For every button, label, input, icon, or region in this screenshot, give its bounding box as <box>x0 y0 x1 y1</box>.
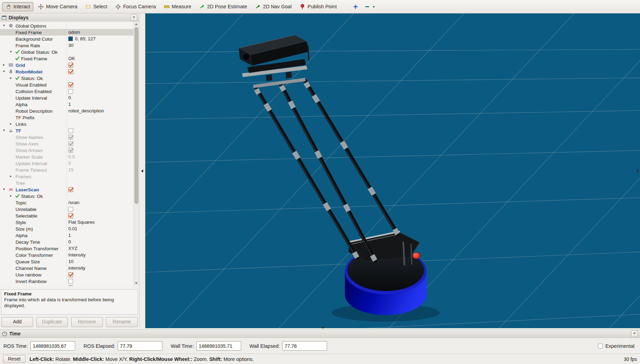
tree-row-tf-prefix[interactable]: TF Prefix <box>0 114 134 121</box>
experimental-checkbox[interactable] <box>598 344 603 348</box>
add-tool-button[interactable] <box>350 2 361 11</box>
nav-goal-tool-button[interactable]: 2D Nav Goal <box>252 2 295 11</box>
tree-row-grid[interactable]: ▸Grid <box>0 62 134 68</box>
time-field-input-wall-elapsed[interactable] <box>282 341 327 351</box>
panel-collapse-handle-icon[interactable] <box>141 169 143 173</box>
expand-arrow-icon[interactable]: ▾ <box>3 128 7 132</box>
time-close-icon[interactable]: × <box>631 330 638 337</box>
tree-row-update-interval[interactable]: Update Interval0 <box>0 94 134 101</box>
property-value[interactable]: 0.5 <box>68 154 75 159</box>
expand-arrow-icon[interactable]: ▾ <box>3 187 7 191</box>
checkbox[interactable] <box>68 207 73 212</box>
checkbox[interactable] <box>68 82 73 87</box>
tree-row-unreliable[interactable]: Unreliable <box>0 206 134 212</box>
checkbox[interactable] <box>68 279 73 284</box>
checkbox[interactable] <box>68 148 73 153</box>
tree-row-invert-rainbow[interactable]: Invert Rainbow <box>0 278 134 284</box>
checkbox[interactable] <box>68 63 73 68</box>
rename-button[interactable]: Rename <box>106 317 138 327</box>
property-value[interactable]: 15 <box>68 167 73 172</box>
tree-row-alpha[interactable]: Alpha1 <box>0 232 134 239</box>
tree-row-show-names[interactable]: Show Names <box>0 134 134 140</box>
interact-tool-button[interactable]: Interact <box>2 2 33 11</box>
tree-row-marker-scale[interactable]: Marker Scale0.5 <box>0 153 134 160</box>
tree-row-style[interactable]: StyleFlat Squares <box>0 219 134 225</box>
checkbox[interactable] <box>68 141 73 146</box>
time-field-input-ros-time[interactable] <box>30 341 75 351</box>
tree-row-decay-time[interactable]: Decay Time0 <box>0 239 134 245</box>
checkbox[interactable] <box>68 89 73 94</box>
bottom-collapse-handle-icon[interactable] <box>321 327 325 329</box>
remove-tool-button[interactable]: ▾ <box>362 2 377 11</box>
property-value[interactable]: Flat Squares <box>68 220 95 225</box>
tree-row-global-options[interactable]: ▾Global Options <box>0 22 134 29</box>
expand-arrow-icon[interactable]: ▾ <box>10 50 14 53</box>
property-value[interactable]: 0.01 <box>68 226 77 231</box>
tree-row-color-transformer[interactable]: Color TransformerIntensity <box>0 252 134 258</box>
checkbox[interactable] <box>68 135 73 140</box>
property-value[interactable]: 0 <box>68 161 71 166</box>
pose-estimate-tool-button[interactable]: 2D Pose Estimate <box>196 2 250 11</box>
property-value[interactable]: 30 <box>68 43 73 48</box>
tree-row-channel-name[interactable]: Channel Nameintensity <box>0 265 134 271</box>
expand-arrow-icon[interactable]: ▸ <box>3 63 7 67</box>
tree-row-tree[interactable]: Tree <box>0 180 134 186</box>
property-value[interactable]: XYZ <box>68 246 77 251</box>
tree-row-clipped[interactable] <box>0 284 134 286</box>
property-value[interactable]: 10 <box>68 259 73 264</box>
tree-row-global-status-ok[interactable]: ▾Global Status: Ok <box>0 49 134 55</box>
tree-row-show-axes[interactable]: Show Axes <box>0 140 134 147</box>
property-value[interactable]: 1 <box>68 233 71 238</box>
tree-row-visual-enabled[interactable]: Visual Enabled <box>0 81 134 88</box>
move-camera-tool-button[interactable]: Move Camera <box>35 2 81 11</box>
tree-row-update-interval[interactable]: Update Interval0 <box>0 160 134 166</box>
checkbox[interactable] <box>68 272 73 277</box>
property-value[interactable]: 0; 85; 127 <box>75 36 96 41</box>
property-value[interactable]: OK <box>68 56 75 61</box>
expand-arrow-icon[interactable]: ▸ <box>10 194 14 198</box>
checkbox[interactable] <box>68 213 73 218</box>
expand-arrow-icon[interactable]: ▾ <box>3 69 7 73</box>
tree-row-frame-rate[interactable]: Frame Rate30 <box>0 42 134 49</box>
focus-camera-tool-button[interactable]: Focus Camera <box>112 2 159 11</box>
property-value[interactable]: /scan <box>68 200 79 205</box>
3d-viewport[interactable] <box>145 13 640 328</box>
tree-row-selectable[interactable]: Selectable <box>0 212 134 219</box>
tree-row-position-transformer[interactable]: Position TransformerXYZ <box>0 245 134 252</box>
publish-point-tool-button[interactable]: Publish Point <box>296 2 340 11</box>
tree-row-alpha[interactable]: Alpha1 <box>0 101 134 108</box>
expand-arrow-icon[interactable]: ▸ <box>10 76 14 80</box>
time-field-input-wall-time[interactable] <box>196 341 241 351</box>
property-value[interactable]: 0 <box>68 95 71 100</box>
tree-row-robot-description[interactable]: Robot Descriptionrobot_description <box>0 108 134 114</box>
scroll-down-icon[interactable] <box>135 282 138 284</box>
tree-row-collision-enabled[interactable]: Collision Enabled <box>0 88 134 94</box>
tree-row-topic[interactable]: Topic/scan <box>0 199 134 206</box>
checkbox[interactable] <box>68 69 73 74</box>
measure-tool-button[interactable]: Measure <box>160 2 195 11</box>
tree-row-size-m[interactable]: Size (m)0.01 <box>0 225 134 232</box>
tree-row-frame-timeout[interactable]: Frame Timeout15 <box>0 166 134 173</box>
remove-button[interactable]: Remove <box>71 317 103 327</box>
tree-scrollbar-thumb[interactable] <box>135 27 138 204</box>
scroll-up-icon[interactable] <box>135 23 138 25</box>
tree-row-use-rainbow[interactable]: Use rainbow <box>0 271 134 278</box>
checkbox[interactable] <box>68 285 73 286</box>
tree-row-queue-size[interactable]: Queue Size10 <box>0 258 134 265</box>
displays-panel-header[interactable]: Displays × <box>0 13 139 22</box>
reset-button[interactable]: Reset <box>3 355 26 363</box>
tree-row-links[interactable]: ▸Links <box>0 121 134 127</box>
tree-row-status-ok[interactable]: ▸Status: Ok <box>0 193 134 199</box>
experimental-toggle[interactable]: Experimental <box>598 343 634 349</box>
tree-row-show-arrows[interactable]: Show Arrows <box>0 147 134 153</box>
time-field-input-ros-elapsed[interactable] <box>118 341 163 351</box>
checkbox[interactable] <box>68 187 73 192</box>
expand-arrow-icon[interactable]: ▾ <box>3 23 7 27</box>
tree-row-fixed-frame[interactable]: Fixed Frameodom <box>0 29 134 36</box>
property-value[interactable]: intensity <box>68 265 86 271</box>
property-value[interactable]: odom <box>68 30 80 35</box>
checkbox[interactable] <box>68 128 73 133</box>
tree-row-frames[interactable]: ▸Frames <box>0 173 134 180</box>
duplicate-button[interactable]: Duplicate <box>36 317 68 327</box>
tree-row-robotmodel[interactable]: ▾RobotModel <box>0 68 134 75</box>
